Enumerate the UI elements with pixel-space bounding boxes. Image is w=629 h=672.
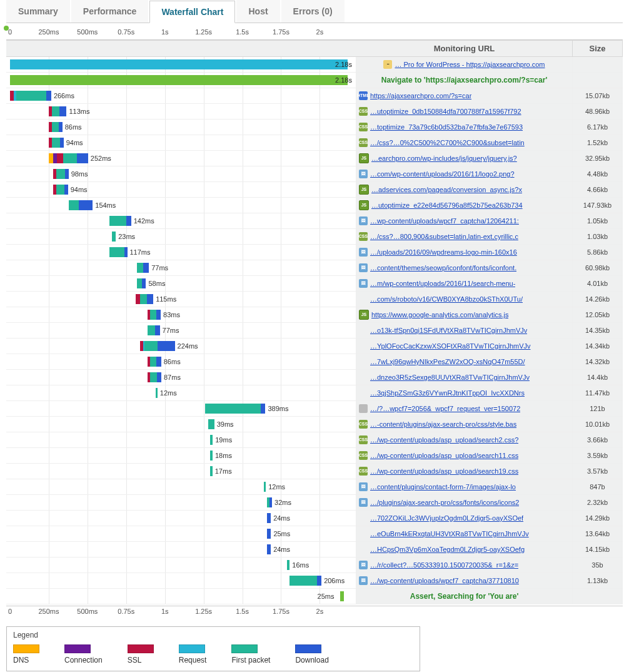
css-icon: CSS	[359, 232, 368, 241]
request-url-link[interactable]: …utoptimize_e22e84d56796a8f52b75ea263b73…	[371, 198, 523, 213]
request-url-link[interactable]: …eOuBrn4kERxqtaUH3VtXRa8TVwTICgirnJhmVJv	[370, 526, 529, 541]
request-url-link[interactable]: …content/plugins/contact-form-7/images/a…	[370, 479, 516, 494]
request-url-link[interactable]: …com/wp-content/uploads/2016/11/logo2.pn…	[370, 166, 515, 181]
waterfall-bar-cell: 224ms	[6, 339, 356, 354]
tab-performance[interactable]: Performance	[71, 0, 149, 23]
waterfall-bar-cell: 94ms	[6, 182, 356, 198]
request-url-link[interactable]: …/wp-content/uploads/asp_upload/search19…	[370, 464, 518, 479]
tab-host[interactable]: Host	[236, 0, 279, 23]
legend-swatch-icon	[13, 644, 39, 653]
url-cell: …eOuBrn4kERxqtaUH3VtXRa8TVwTICgirnJhmVJv	[356, 526, 573, 542]
url-cell: 🖼…content/plugins/contact-form-7/images/…	[356, 479, 573, 495]
duration-label: 252ms	[88, 153, 111, 163]
bar-segment	[10, 59, 348, 69]
legend-swatch-icon	[128, 644, 154, 653]
url-cell: CSS…/wp-content/uploads/asp_upload/searc…	[356, 448, 573, 464]
request-url-link[interactable]: …YplOFocCacKzxwXSOFtXRa8TVwTICgirnJhmVJv	[370, 339, 531, 354]
legend-swatch-icon	[179, 644, 205, 653]
waterfall-bar-cell: 16ms	[6, 557, 356, 573]
action-message: Navigate to 'https://ajaxsearchpro.com/?…	[381, 73, 547, 88]
size-value: 14.15kb	[573, 542, 623, 557]
request-url-link[interactable]: …702ZOKiLJc3WVjuplzOgdm0LZdjgr5-oayXSOef	[370, 511, 523, 526]
url-cell: …com/s/roboto/v16/CWB0XYA8bzo0kSThX0UTu/	[356, 292, 573, 307]
url-cell: 🖼…/plugins/ajax-search-pro/css/fonts/ico…	[356, 495, 573, 511]
request-url-link[interactable]: …/uploads/2016/09/wpdreams-logo-min-160x…	[370, 245, 517, 260]
request-url-link[interactable]: https://ajaxsearchpro.com/?s=car	[370, 88, 471, 103]
axis-tick: 250ms	[38, 28, 59, 36]
legend-item: Request	[179, 644, 207, 664]
axis-tick: 2s	[316, 608, 324, 615]
request-url-link[interactable]: …earchpro.com/wp-includes/js/jquery/jque…	[371, 151, 517, 166]
request-url-link[interactable]: …/css?…800,900&subset=latin,latin-ext,cy…	[370, 229, 518, 244]
request-url-link[interactable]: …dnzeo3R5zSexge8UUVtXRa8TVwTICgirnJhmVJv	[370, 370, 530, 385]
axis-tick: 1.5s	[236, 28, 249, 36]
tab-waterfall-chart[interactable]: Waterfall Chart	[149, 1, 235, 23]
request-url-link[interactable]: …HCpsQm3Vp6mXoaTegdm0LZdjgr5-oayXSOefg	[370, 542, 525, 557]
request-url-link[interactable]: …/wp-content/uploads/wpcf7_captcha/37710…	[370, 573, 519, 588]
bar-segment	[16, 91, 47, 101]
request-url-link[interactable]: …adservices.com/pagead/conversion_async.…	[371, 182, 522, 197]
tabs: SummaryPerformanceWaterfall ChartHostErr…	[6, 0, 623, 23]
duration-label: 2.18s	[333, 75, 352, 85]
minus-icon: −	[383, 60, 392, 69]
request-url-link[interactable]: …/plugins/ajax-search-pro/css/fonts/icon…	[370, 495, 519, 510]
request-url-link[interactable]: …/r/collect?…505333910.1500720035&_r=1&z…	[370, 557, 518, 573]
axis-tick: 250ms	[38, 608, 59, 615]
request-url-link[interactable]: …com/s/roboto/v16/CWB0XYA8bzo0kSThX0UTu/	[370, 292, 523, 307]
request-url-link[interactable]: …utoptimize_0db150884dfa700788f7a15967f7…	[370, 104, 521, 119]
font-icon	[359, 373, 368, 382]
axis-tick: 1.75s	[273, 28, 289, 36]
css-icon: CSS	[359, 435, 368, 444]
font-icon	[359, 295, 368, 303]
size-value: 4.48kb	[573, 166, 623, 182]
img-icon: 🖼	[359, 576, 368, 585]
axis-tick: 1.25s	[195, 28, 212, 36]
url-cell: CSS…toptimize_73a79c6b0d532ba7e7fbfa3e7e…	[356, 120, 573, 135]
tab-summary[interactable]: Summary	[6, 0, 70, 23]
request-url-link[interactable]: …wp-content/uploads/wpcf7_captcha/120642…	[370, 213, 519, 228]
duration-label: 77ms	[149, 263, 168, 273]
size-value: 15.07kb	[573, 88, 623, 104]
waterfall-bar-cell: 77ms	[6, 323, 356, 339]
duration-label: 18ms	[213, 451, 232, 461]
bar-segment	[137, 278, 141, 288]
request-url-link[interactable]: …content/themes/seowp/iconfont/fonts/ico…	[370, 260, 516, 275]
legend-item: SSL	[128, 644, 154, 664]
bar-segment	[10, 75, 348, 85]
js-icon: JS	[359, 310, 369, 320]
action-message: Assert, Searching for 'You are'	[410, 589, 519, 604]
request-url-link[interactable]: …7wLxj96qwHyNIkxPesZW2xOQ-xsNqO47m55D/	[370, 354, 525, 369]
request-url-link[interactable]: …/wp-content/uploads/asp_upload/search2.…	[370, 432, 518, 447]
tab-errors-0-[interactable]: Errors (0)	[281, 0, 345, 23]
request-url-link[interactable]: …o13k-tfSpn0qi1SFdUfVtXRa8TVwTICgirnJhmV…	[370, 323, 527, 338]
request-url-link[interactable]: …/?…wpcf7=2056&_wpcf7_request_ver=150072	[370, 401, 520, 416]
waterfall-bar-cell: 94ms	[6, 135, 356, 151]
request-url-link[interactable]: …-content/plugins/ajax-search-pro/css/st…	[370, 417, 516, 432]
img-icon: 🖼	[359, 248, 368, 257]
bar-segment	[140, 294, 147, 304]
js-icon: JS	[359, 185, 369, 195]
url-cell: Navigate to 'https://ajaxsearchpro.com/?…	[356, 73, 573, 88]
js-icon: JS	[359, 200, 369, 210]
request-url-link[interactable]: …toptimize_73a79c6b0d532ba7e7fbfa3e7e675…	[370, 120, 523, 135]
font-icon	[359, 342, 368, 350]
size-value: 14.29kb	[573, 511, 623, 526]
url-cell: 🖼…content/themes/seowp/iconfont/fonts/ic…	[356, 260, 573, 276]
size-value: 5.86kb	[573, 245, 623, 260]
bar-segment	[317, 576, 321, 586]
request-url-link[interactable]: …/css?…0%2C500%2C700%2C900&subset=latin	[370, 135, 525, 150]
duration-label: 98ms	[69, 169, 88, 179]
bar-segment	[109, 216, 126, 226]
axis-tick: 0.75s	[118, 608, 134, 615]
legend-swatch-icon	[231, 644, 258, 653]
header-size: Size	[573, 41, 623, 57]
legend-label: DNS	[13, 656, 29, 664]
request-url-link[interactable]: …3qjShpZSmG3z6VYwnRJtnKITppOI_IvcXXDNrs	[370, 385, 525, 400]
request-url-link[interactable]: … Pro for WordPress - https://ajaxsearch…	[395, 57, 545, 72]
duration-label: 94ms	[68, 185, 88, 195]
url-cell: CSS…utoptimize_0db150884dfa700788f7a1596…	[356, 104, 573, 120]
duration-label: 266ms	[51, 91, 74, 101]
request-url-link[interactable]: …/wp-content/uploads/asp_upload/search11…	[370, 448, 518, 463]
request-url-link[interactable]: …m/wp-content/uploads/2016/11/search-men…	[370, 276, 515, 291]
request-url-link[interactable]: https://www.google-analytics.com/analyti…	[371, 307, 508, 322]
